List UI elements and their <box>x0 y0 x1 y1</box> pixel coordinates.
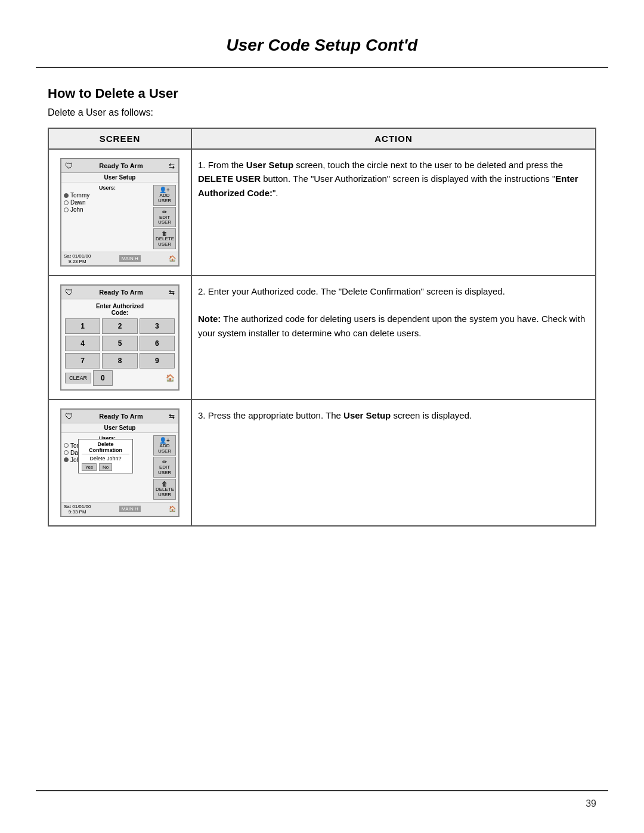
confirm-text: Delete John? <box>82 456 129 462</box>
key-4[interactable]: 4 <box>65 336 100 351</box>
keypad-home-icon: 🏠 <box>166 374 175 382</box>
device-icon-3: 🛡 <box>65 411 73 421</box>
footer-time-3: Sat 01/01/00 9:33 PM <box>64 504 91 515</box>
key-3[interactable]: 3 <box>140 318 175 334</box>
radio-1 <box>64 200 69 205</box>
action-text-1: 1. From the User Setup screen, touch the… <box>198 160 578 198</box>
device-icon-1: 🛡 <box>65 161 73 171</box>
footer-time-1: Sat 01/01/00 9:23 PM <box>64 253 91 264</box>
confirm-overlay: Delete Confirmation Delete John? Yes No <box>78 439 133 473</box>
user-name-2: John <box>70 206 83 213</box>
table-row-2: 🛡 Ready To Arm ⇆ Enter Authorized Code: … <box>48 275 596 400</box>
device-buttons-1: 👤+ ADDUSER ✏ EDITUSER 🗑 DELETEUSER <box>153 185 176 249</box>
keypad-grid: 123456789 <box>65 318 175 368</box>
device-header-1: 🛡 Ready To Arm ⇆ <box>61 159 178 173</box>
action-cell-3: 3. Press the appropriate button. The Use… <box>191 400 596 526</box>
radio-0 <box>64 193 69 198</box>
footer-icon-3: 🏠 <box>169 506 176 512</box>
footer-main-1: MAIN H <box>119 255 141 262</box>
screen-cell-1: 🛡 Ready To Arm ⇆ User Setup Users: Tommy… <box>48 149 191 275</box>
device-screen-2: 🛡 Ready To Arm ⇆ Enter Authorized Code: … <box>60 284 179 391</box>
key-2[interactable]: 2 <box>102 318 137 334</box>
confirm-no-btn[interactable]: No <box>99 463 112 471</box>
edit-user-btn-3[interactable]: ✏ EDITUSER <box>153 457 176 478</box>
device-arrow-2: ⇆ <box>169 288 175 296</box>
key-9[interactable]: 9 <box>140 353 175 368</box>
device-icon-2: 🛡 <box>65 287 73 297</box>
col-screen-header: Screen <box>48 128 191 149</box>
user-name-0: Tommy <box>70 192 89 199</box>
col-action-header: Action <box>191 128 596 149</box>
keypad-body: Enter Authorized Code: 123456789 CLEAR 0… <box>61 299 178 389</box>
table-row-1: 🛡 Ready To Arm ⇆ User Setup Users: Tommy… <box>48 149 596 275</box>
page-title: User Code Setup Cont'd <box>83 36 561 55</box>
device-subtitle-1: User Setup <box>61 173 178 182</box>
action-cell-2: 2. Enter your Authorized code. The "Dele… <box>191 275 596 400</box>
action-text-2: 2. Enter your Authorized code. The "Dele… <box>198 286 585 338</box>
main-table: Screen Action 🛡 Ready To Arm ⇆ User Setu… <box>48 128 596 527</box>
device-footer-1: Sat 01/01/00 9:23 PM MAIN H 🏠 <box>61 252 178 265</box>
screen-cell-3: 🛡 Ready To Arm ⇆ User Setup Users: Tommy… <box>48 400 191 526</box>
screen-cell-2: 🛡 Ready To Arm ⇆ Enter Authorized Code: … <box>48 275 191 400</box>
confirm-yes-btn[interactable]: Yes <box>82 463 97 471</box>
delete-user-btn-3[interactable]: 🗑 DELETEUSER <box>153 479 176 500</box>
footer-icon-1: 🏠 <box>169 255 176 262</box>
key-8[interactable]: 8 <box>102 353 137 368</box>
footer-main-3: MAIN H <box>119 506 141 512</box>
device-arrow-3: ⇆ <box>169 412 175 420</box>
key-5[interactable]: 5 <box>102 336 137 351</box>
bottom-line <box>36 790 608 791</box>
device-ready-2: Ready To Arm <box>99 289 143 296</box>
action-text-3: 3. Press the appropriate button. The Use… <box>198 410 472 420</box>
page-header: User Code Setup Cont'd <box>36 0 608 68</box>
table-row-3: 🛡 Ready To Arm ⇆ User Setup Users: Tommy… <box>48 400 596 526</box>
keypad-prompt: Enter Authorized Code: <box>65 303 175 316</box>
action-cell-1: 1. From the User Setup screen, touch the… <box>191 149 596 275</box>
add-user-btn-3[interactable]: 👤+ ADDUSER <box>153 435 176 456</box>
device-subtitle-3: User Setup <box>61 423 178 433</box>
edit-user-btn[interactable]: ✏ EDITUSER <box>153 207 176 228</box>
device-screen-1: 🛡 Ready To Arm ⇆ User Setup Users: Tommy… <box>60 158 179 267</box>
user-name-1: Dawn <box>70 199 86 206</box>
radio-2 <box>64 208 69 212</box>
device-ready-3: Ready To Arm <box>99 413 143 420</box>
key-1[interactable]: 1 <box>65 318 100 334</box>
user-row-1: Dawn <box>64 199 151 206</box>
device-users-1: Users: Tommy Dawn John <box>64 185 151 249</box>
device-screen-3: 🛡 Ready To Arm ⇆ User Setup Users: Tommy… <box>60 408 179 517</box>
users-label-1: Users: <box>64 185 151 191</box>
delete-user-btn[interactable]: 🗑 DELETEUSER <box>153 228 176 249</box>
user-row-2: John <box>64 206 151 213</box>
device-footer-3: Sat 01/01/00 9:33 PM MAIN H 🏠 <box>61 502 178 516</box>
radio-3-1 <box>64 450 69 455</box>
keypad-bottom: CLEAR 0 🏠 <box>65 370 175 386</box>
device-body-3: Users: Tommy Dawn John <box>61 433 178 502</box>
device-header-3: 🛡 Ready To Arm ⇆ <box>61 410 178 423</box>
key-7[interactable]: 7 <box>65 353 100 368</box>
section-subtext: Delete a User as follows: <box>48 107 596 118</box>
keypad-clear[interactable]: CLEAR <box>65 373 91 383</box>
keypad-zero[interactable]: 0 <box>93 370 113 386</box>
add-user-btn[interactable]: 👤+ ADDUSER <box>153 185 176 206</box>
key-6[interactable]: 6 <box>140 336 175 351</box>
section-heading: How to Delete a User <box>48 86 596 101</box>
radio-3-0 <box>64 443 69 448</box>
page-number: 39 <box>586 798 596 809</box>
device-buttons-3: 👤+ ADDUSER ✏ EDITUSER 🗑 DELETEUSER <box>153 435 176 500</box>
confirm-buttons: Yes No <box>82 463 129 471</box>
device-body-1: Users: Tommy Dawn John <box>61 182 178 252</box>
user-row-0: Tommy <box>64 192 151 199</box>
device-arrow-1: ⇆ <box>169 162 175 170</box>
radio-3-2 <box>64 457 69 462</box>
confirm-title: Delete Confirmation <box>82 441 129 454</box>
device-header-2: 🛡 Ready To Arm ⇆ <box>61 286 178 299</box>
device-ready-1: Ready To Arm <box>99 162 143 169</box>
